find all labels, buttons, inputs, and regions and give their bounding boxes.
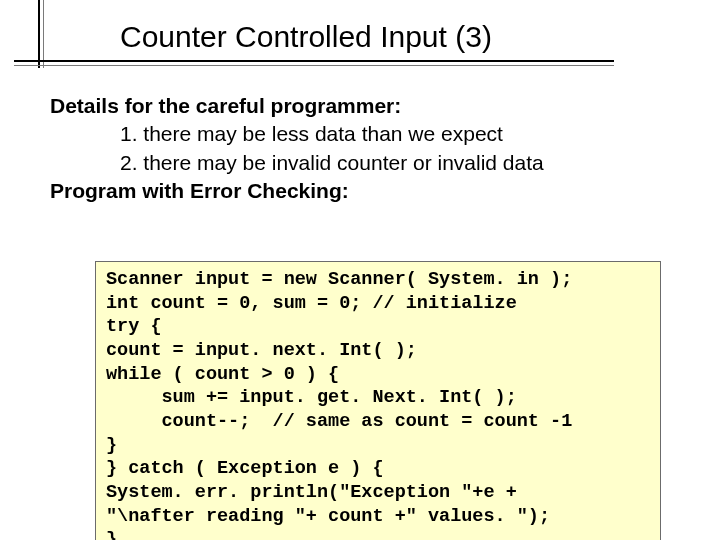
code-line: sum += input. get. Next. Int( ); (106, 387, 517, 408)
code-block: Scanner input = new Scanner( System. in … (95, 261, 661, 540)
header-vline-thin (43, 0, 44, 68)
code-line: } catch ( Exception e ) { (106, 458, 384, 479)
code-line: Scanner input = new Scanner( System. in … (106, 269, 572, 290)
header-vline-thick (38, 0, 40, 68)
code-line: while ( count > 0 ) { (106, 364, 339, 385)
code-line: } (106, 435, 117, 456)
page-title: Counter Controlled Input (3) (120, 20, 492, 54)
code-line: try { (106, 316, 162, 337)
slide: Counter Controlled Input (3) Details for… (0, 0, 720, 540)
header-hline-thick (14, 60, 614, 62)
program-heading: Program with Error Checking: (50, 177, 680, 205)
body-text: Details for the careful programmer: 1. t… (50, 92, 680, 205)
detail-item-1: 1. there may be less data than we expect (120, 120, 680, 148)
header-hline-thin (14, 65, 614, 66)
detail-item-2: 2. there may be invalid counter or inval… (120, 149, 680, 177)
code-line: count = input. next. Int( ); (106, 340, 417, 361)
code-line: "\nafter reading "+ count +" values. "); (106, 506, 550, 527)
details-heading: Details for the careful programmer: (50, 92, 680, 120)
code-line: count--; // same as count = count -1 (106, 411, 572, 432)
code-line: } (106, 529, 117, 540)
code-line: int count = 0, sum = 0; // initialize (106, 293, 517, 314)
code-line: System. err. println("Exception "+e + (106, 482, 517, 503)
